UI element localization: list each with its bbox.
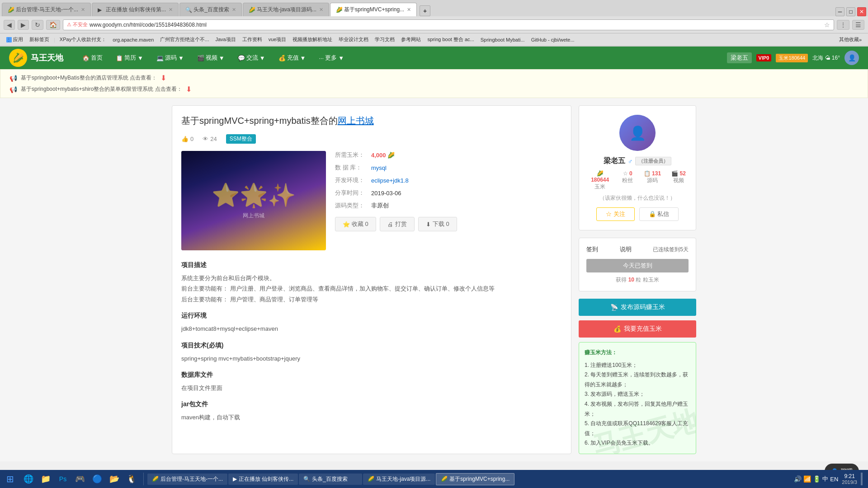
- extensions-button[interactable]: ⋮: [837, 20, 849, 30]
- logo-text: 马王天地: [31, 52, 63, 63]
- nav-video[interactable]: 🎬 视频 ▼: [192, 51, 230, 65]
- download-icon-2[interactable]: ⬇: [186, 85, 192, 94]
- bookmark-newtab[interactable]: 新标签页: [27, 35, 52, 44]
- bookmark-thesis[interactable]: 毕业设计文档: [336, 35, 371, 44]
- bookmark-work[interactable]: 工作资料: [240, 35, 265, 44]
- app2-label: 正在播放 仙剑客侠传...: [239, 475, 293, 483]
- article-title: 基于springMVC+spring+mybatis整合的网上书城: [181, 115, 562, 127]
- tray-icon-1[interactable]: 🔊: [794, 475, 802, 483]
- title-link[interactable]: 网上书城: [338, 116, 374, 126]
- nav-exchange[interactable]: 💬 交流 ▼: [232, 51, 271, 65]
- nav-source[interactable]: 💻 源码 ▼: [151, 51, 189, 65]
- charge-coin-button[interactable]: 💰 我要充值玉米: [579, 320, 696, 338]
- env-value[interactable]: eclipse+jdk1.8: [371, 177, 409, 184]
- close-window-button[interactable]: ✕: [857, 7, 866, 16]
- ie-icon[interactable]: 🌐: [20, 471, 37, 487]
- nav-charge[interactable]: 💰 充值 ▼: [273, 51, 311, 65]
- coin-stat[interactable]: 🌽 180644 玉米: [588, 170, 612, 191]
- address-bar[interactable]: ⚠ 不安全 www.goodym.cn/html/code/1551849483…: [63, 19, 834, 30]
- download-button[interactable]: ⬇ 下载 0: [418, 217, 457, 231]
- bookmark-other[interactable]: 其他收藏 »: [836, 35, 864, 44]
- sign-desc[interactable]: 说明: [620, 245, 632, 253]
- bookmark-apps[interactable]: ⋮⋮ 应用: [4, 35, 26, 44]
- video-stat[interactable]: 🎬 52 视频: [670, 170, 687, 191]
- tab-1[interactable]: 🌽 后台管理-马王天地-一个... ✕: [2, 3, 91, 16]
- taskbar-app-4[interactable]: 🌽 马王天地-java项目源...: [363, 474, 435, 485]
- show-desktop-button[interactable]: [861, 473, 863, 485]
- db-file-text: 在项目文件里面: [181, 383, 562, 393]
- bookmark-java[interactable]: Java项目: [212, 35, 238, 44]
- bookmark-github[interactable]: GitHub - cjbi/wete...: [528, 36, 577, 43]
- taskbar-app-3[interactable]: 🔍 头条_百度搜索: [299, 474, 362, 485]
- app1-label: 后台管理-马王天地-一个...: [160, 475, 223, 483]
- taskbar-right: 🔊 📶 🔋 中 EN 9:21 2019/3: [790, 473, 866, 485]
- new-tab-button[interactable]: +: [420, 5, 430, 16]
- tray-icon-5[interactable]: EN: [830, 476, 838, 483]
- bookmark-vue[interactable]: vue项目: [266, 35, 289, 44]
- project-desc-title: 项目描述: [181, 261, 562, 269]
- star-stat[interactable]: ☆ 0 粉丝: [621, 170, 634, 191]
- nav-more[interactable]: ··· 更多 ▼: [313, 51, 349, 65]
- nav-home[interactable]: 🏠 首页: [77, 51, 108, 65]
- qq-icon[interactable]: 🐧: [123, 471, 140, 487]
- tab-favicon-4: 🌽: [249, 7, 255, 13]
- coin-unit: 玉米: [594, 183, 605, 190]
- explorer-icon[interactable]: 📁: [38, 471, 54, 487]
- taskbar-app-5[interactable]: 🌽 基于springMVC+spring...: [436, 473, 514, 485]
- taskbar-app-2[interactable]: ▶ 正在播放 仙剑客侠传...: [228, 474, 298, 485]
- db-value[interactable]: mysql: [371, 164, 387, 171]
- message-button[interactable]: 🔒 私信: [639, 207, 679, 221]
- folder-icon[interactable]: 📂: [106, 471, 123, 487]
- tab-close-2[interactable]: ✕: [169, 7, 173, 13]
- tab-5[interactable]: 🌽 基于springMVC+spring... ✕: [330, 3, 417, 16]
- bookmark-springboot2[interactable]: Springboot Mybati...: [478, 36, 528, 43]
- tab-close-5[interactable]: ✕: [407, 7, 411, 13]
- chrome-icon[interactable]: 🔵: [89, 471, 105, 487]
- maximize-button[interactable]: □: [846, 7, 855, 16]
- bookmark-study[interactable]: 学习文档: [372, 35, 397, 44]
- bookmark-star[interactable]: ☆: [824, 21, 830, 28]
- tab-close-1[interactable]: ✕: [81, 7, 85, 13]
- minimize-button[interactable]: ─: [835, 7, 844, 16]
- menu-button[interactable]: ☰: [852, 20, 864, 30]
- follow-button[interactable]: ☆ 关注: [596, 207, 635, 221]
- refresh-button[interactable]: ↻: [32, 20, 43, 30]
- bookmark-gz[interactable]: 广州官方拒绝这个不...: [157, 35, 212, 44]
- back-button[interactable]: ◀: [4, 20, 15, 30]
- nav-home-label: 首页: [91, 54, 103, 62]
- forward-button[interactable]: ▶: [18, 20, 29, 30]
- tab-3[interactable]: 🔍 头条_百度搜索 ✕: [179, 3, 242, 16]
- collect-button[interactable]: ⭐ 收藏 0: [335, 217, 376, 231]
- tab-close-4[interactable]: ✕: [319, 7, 323, 13]
- windows-icon: ⊞: [6, 474, 14, 484]
- publish-source-button[interactable]: 📡 发布源码赚玉米: [579, 299, 696, 316]
- tab-close-3[interactable]: ✕: [232, 7, 236, 13]
- bookmark-video[interactable]: 视频播放解析地址: [290, 35, 335, 44]
- home-button[interactable]: 🏠: [46, 20, 60, 30]
- tab-4[interactable]: 🌽 马王天地-java项目源码... ✕: [243, 3, 329, 16]
- tray-icon-4[interactable]: 中: [822, 475, 828, 483]
- bookmark-maven[interactable]: org.apache.maven: [110, 36, 156, 43]
- bookmark-xpay[interactable]: XPay个人收款付支：: [57, 35, 109, 44]
- taskbar-app-1[interactable]: 🌽 后台管理-马王天地-一个...: [147, 474, 227, 485]
- tray-icon-3[interactable]: 🔋: [813, 475, 821, 483]
- tray-icon-2[interactable]: 📶: [803, 475, 811, 483]
- username-badge[interactable]: 梁老五: [727, 52, 752, 63]
- clock[interactable]: 9:21 2019/3: [842, 473, 857, 485]
- sign-tab[interactable]: 签到: [586, 245, 598, 253]
- bookmark-ref[interactable]: 参考网站: [398, 35, 424, 44]
- site-logo[interactable]: 🌽 马王天地: [9, 49, 63, 67]
- bookmark-springboot[interactable]: spring boot 整合 ac...: [425, 35, 476, 44]
- coin-amount[interactable]: 玉米180644: [776, 54, 808, 62]
- download-icon-1[interactable]: ⬇: [160, 74, 166, 82]
- website: 🌽 马王天地 🏠 首页 📋 简历 ▼ 💻 源码 ▼ 🎬 视频 ▼: [0, 47, 868, 461]
- bookmark-study-label: 学习文档: [375, 36, 395, 43]
- source-stat[interactable]: 📋 131 源码: [643, 170, 661, 191]
- user-avatar[interactable]: 👤: [844, 51, 859, 65]
- nav-resume[interactable]: 📋 简历 ▼: [110, 51, 149, 65]
- app4-icon[interactable]: 🎮: [72, 471, 88, 487]
- start-button[interactable]: ⊞: [2, 472, 19, 486]
- print-button[interactable]: 🖨 打赏: [380, 217, 415, 231]
- tab-2[interactable]: ▶ 正在播放 仙剑客侠传第... ✕: [92, 3, 179, 16]
- photoshop-icon[interactable]: Ps: [55, 471, 71, 487]
